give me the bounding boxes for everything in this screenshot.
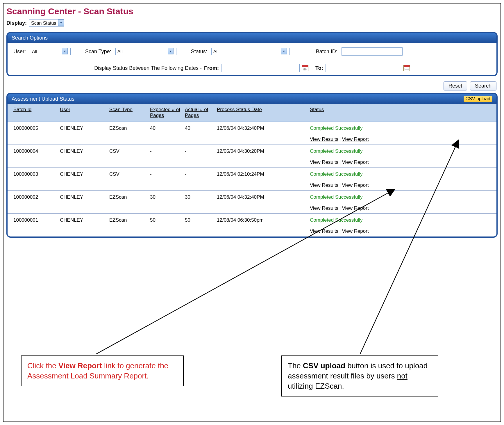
col-status[interactable]: Status: [310, 107, 491, 118]
cell-batch-id: 100000001: [13, 217, 60, 234]
status-text: Completed Successfully: [310, 148, 491, 154]
callout-bold: CSV upload: [303, 361, 345, 370]
to-label: To:: [315, 65, 323, 71]
table-header: Batch Id User Scan Type Expected # of Pa…: [8, 104, 496, 122]
cell-status: Completed SuccessfullyView Results|View …: [310, 194, 491, 211]
status-text: Completed Successfully: [310, 125, 491, 131]
status-text: Completed Successfully: [310, 217, 491, 223]
view-report-link[interactable]: View Report: [342, 205, 369, 211]
separator: |: [339, 159, 341, 165]
status-label: Status:: [191, 49, 207, 55]
table-row: 100000005CHENLEYEZScan404012/06/04 04:32…: [8, 122, 496, 145]
view-report-link[interactable]: View Report: [342, 159, 369, 165]
chevron-down-icon: ▼: [62, 48, 68, 54]
callout-bold: View Report: [58, 361, 102, 370]
callout-view-report: Click the View Report link to generate t…: [21, 355, 184, 386]
cell-user: CHENLEY: [60, 148, 109, 165]
cell-user: CHENLEY: [60, 194, 109, 211]
batch-id-label: Batch ID:: [316, 49, 337, 55]
cell-batch-id: 100000003: [13, 171, 60, 188]
cell-actual: 30: [185, 194, 217, 211]
cell-process-date: 12/06/04 04:32:40PM: [217, 194, 310, 211]
col-actual[interactable]: Actual # of Pages: [185, 107, 217, 118]
callout-underline: not: [397, 371, 408, 380]
separator: |: [339, 182, 341, 188]
view-results-link[interactable]: View Results: [310, 228, 338, 234]
user-label: User:: [13, 49, 26, 55]
cell-actual: -: [185, 171, 217, 188]
cell-user: CHENLEY: [60, 217, 109, 234]
cell-user: CHENLEY: [60, 125, 109, 142]
user-select-value: All: [30, 48, 62, 55]
display-select[interactable]: Scan Status ▼: [29, 19, 64, 27]
cell-actual: -: [185, 148, 217, 165]
cell-scan-type: EZScan: [109, 217, 150, 234]
table-row: 100000001CHENLEYEZScan505012/08/04 06:30…: [8, 214, 496, 236]
col-user[interactable]: User: [60, 107, 109, 118]
cell-scan-type: EZScan: [109, 125, 150, 142]
display-row: Display: Scan Status ▼: [6, 19, 498, 27]
calendar-icon[interactable]: [302, 65, 308, 71]
page-title: Scanning Center - Scan Status: [6, 6, 498, 16]
from-label: From:: [204, 65, 219, 71]
display-select-value: Scan Status: [29, 19, 58, 26]
table-row: 100000003CHENLEYCSV--12/06/04 02:10:24PM…: [8, 168, 496, 191]
cell-status: Completed SuccessfullyView Results|View …: [310, 171, 491, 188]
callout-text: utilizing EZScan.: [288, 382, 344, 390]
action-buttons: Reset Search: [6, 80, 498, 93]
search-options-panel: Search Options User: All ▼ Scan Type: Al…: [6, 32, 498, 76]
view-report-link[interactable]: View Report: [342, 136, 369, 142]
cell-batch-id: 100000004: [13, 148, 60, 165]
scan-type-label: Scan Type:: [85, 49, 111, 55]
search-options-title: Search Options: [12, 35, 48, 41]
cell-expected: 50: [150, 217, 185, 234]
cell-status: Completed SuccessfullyView Results|View …: [310, 217, 491, 234]
col-batch-id[interactable]: Batch Id: [13, 107, 60, 118]
search-options-header: Search Options: [8, 33, 496, 43]
user-select[interactable]: All ▼: [30, 48, 71, 55]
csv-upload-button[interactable]: CSV upload: [464, 96, 492, 102]
cell-status: Completed SuccessfullyView Results|View …: [310, 125, 491, 142]
cell-expected: -: [150, 148, 185, 165]
cell-expected: 40: [150, 125, 185, 142]
view-report-link[interactable]: View Report: [342, 228, 369, 234]
search-button[interactable]: Search: [470, 81, 496, 90]
col-scan-type[interactable]: Scan Type: [109, 107, 150, 118]
from-date-input[interactable]: [221, 64, 300, 72]
chevron-down-icon: ▼: [281, 48, 287, 54]
callout-text: Click the: [27, 361, 58, 370]
view-results-link[interactable]: View Results: [310, 136, 338, 142]
cell-actual: 40: [185, 125, 217, 142]
status-text: Completed Successfully: [310, 171, 491, 177]
results-panel: Assessment Upload Status CSV upload Batc…: [6, 93, 498, 238]
cell-batch-id: 100000005: [13, 125, 60, 142]
calendar-icon[interactable]: [403, 65, 410, 71]
cell-scan-type: CSV: [109, 148, 150, 165]
status-text: Completed Successfully: [310, 194, 491, 200]
cell-process-date: 12/06/04 02:10:24PM: [217, 171, 310, 188]
cell-scan-type: CSV: [109, 171, 150, 188]
to-date-input[interactable]: [326, 64, 401, 72]
separator: |: [339, 136, 341, 142]
scan-type-select[interactable]: All ▼: [115, 48, 176, 55]
batch-id-input[interactable]: [342, 47, 403, 56]
view-report-link[interactable]: View Report: [342, 182, 369, 188]
cell-process-date: 12/06/04 04:32:40PM: [217, 125, 310, 142]
separator: |: [339, 205, 341, 211]
view-results-link[interactable]: View Results: [310, 205, 338, 211]
date-range-label: Display Status Between The Following Dat…: [94, 65, 202, 71]
view-results-link[interactable]: View Results: [310, 159, 338, 165]
cell-process-date: 12/05/04 04:30:20PM: [217, 148, 310, 165]
col-process-date[interactable]: Process Status Date: [217, 107, 310, 118]
cell-actual: 50: [185, 217, 217, 234]
reset-button[interactable]: Reset: [444, 81, 467, 90]
callout-csv-upload: The CSV upload button is used to upload …: [281, 355, 438, 396]
table-row: 100000002CHENLEYEZScan303012/06/04 04:32…: [8, 191, 496, 214]
col-expected[interactable]: Expected # of Pages: [150, 107, 185, 118]
results-header: Assessment Upload Status CSV upload: [8, 94, 496, 104]
status-select-value: All: [212, 48, 281, 55]
cell-expected: -: [150, 171, 185, 188]
cell-expected: 30: [150, 194, 185, 211]
status-select[interactable]: All ▼: [211, 48, 290, 55]
view-results-link[interactable]: View Results: [310, 182, 338, 188]
